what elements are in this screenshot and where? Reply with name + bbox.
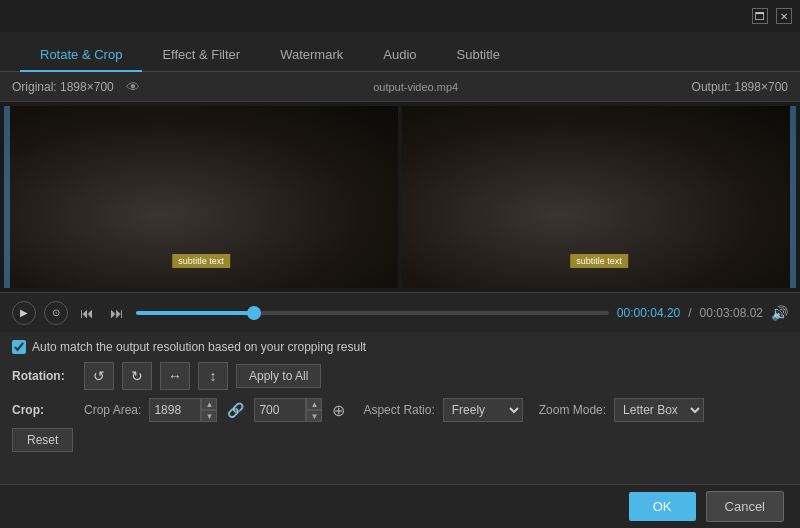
flip-vertical-button[interactable]: ↕	[198, 362, 228, 390]
crop-width-wrap: ▲ ▼	[149, 398, 217, 422]
rotate-left-button[interactable]: ↺	[84, 362, 114, 390]
rotation-row: Rotation: ↺ ↻ ↔ ↕ Apply to All	[12, 362, 788, 390]
rotate-right-button[interactable]: ↻	[122, 362, 152, 390]
crop-handle-left[interactable]	[4, 106, 10, 288]
tab-rotate-crop[interactable]: Rotate & Crop	[20, 39, 142, 72]
original-resolution: Original: 1898×700	[12, 80, 114, 94]
crop-width-down[interactable]: ▼	[201, 410, 217, 422]
cancel-button[interactable]: Cancel	[706, 491, 784, 522]
crop-height-spinners: ▲ ▼	[306, 398, 322, 422]
video-panel-left: subtitle text	[4, 106, 398, 288]
current-time: 00:00:04.20	[617, 306, 680, 320]
apply-to-all-button[interactable]: Apply to All	[236, 364, 321, 388]
volume-button[interactable]: 🔊	[771, 305, 788, 321]
minimize-button[interactable]: 🗖	[752, 8, 768, 24]
auto-match-label: Auto match the output resolution based o…	[32, 340, 366, 354]
playback-bar: ▶ ⊙ ⏮ ⏭ 00:00:04.20 / 00:03:08.02 🔊	[0, 292, 800, 332]
video-panel-right: subtitle text	[402, 106, 796, 288]
bottom-bar: OK Cancel	[0, 484, 800, 528]
stop-button[interactable]: ⊙	[44, 301, 68, 325]
flip-horizontal-button[interactable]: ↔	[160, 362, 190, 390]
crop-width-up[interactable]: ▲	[201, 398, 217, 410]
crop-handle-right[interactable]	[790, 106, 796, 288]
rotation-label: Rotation:	[12, 369, 76, 383]
play-button[interactable]: ▶	[12, 301, 36, 325]
info-filename: output-video.mp4	[373, 81, 458, 93]
prev-button[interactable]: ⏮	[76, 303, 98, 323]
tab-watermark[interactable]: Watermark	[260, 39, 363, 72]
video-subtitle-right: subtitle text	[570, 254, 628, 268]
crop-area-label: Crop Area:	[84, 403, 141, 417]
video-overlay-left: subtitle text	[4, 106, 398, 288]
timeline-progress	[136, 311, 254, 315]
ok-button[interactable]: OK	[629, 492, 696, 521]
crop-height-input[interactable]	[254, 398, 306, 422]
eye-icon[interactable]: 👁	[126, 79, 140, 95]
video-overlay-right: subtitle text	[402, 106, 796, 288]
info-original: Original: 1898×700 👁	[12, 79, 140, 95]
link-icon: 🔗	[227, 402, 244, 418]
reset-row: Reset	[12, 428, 788, 452]
zoom-mode-select[interactable]: Letter Box Pan & Scan Full	[614, 398, 704, 422]
crop-width-spinners: ▲ ▼	[201, 398, 217, 422]
reset-button[interactable]: Reset	[12, 428, 73, 452]
title-bar: 🗖 ✕	[0, 0, 800, 32]
crop-height-up[interactable]: ▲	[306, 398, 322, 410]
timeline-track[interactable]	[136, 311, 609, 315]
info-bar: Original: 1898×700 👁 output-video.mp4 Ou…	[0, 72, 800, 102]
zoom-mode-label: Zoom Mode:	[539, 403, 606, 417]
tab-bar: Rotate & Crop Effect & Filter Watermark …	[0, 32, 800, 72]
tab-effect-filter[interactable]: Effect & Filter	[142, 39, 260, 72]
close-button[interactable]: ✕	[776, 8, 792, 24]
next-button[interactable]: ⏭	[106, 303, 128, 323]
video-subtitle-left: subtitle text	[172, 254, 230, 268]
total-time: 00:03:08.02	[700, 306, 763, 320]
checkbox-row: Auto match the output resolution based o…	[12, 340, 788, 354]
tab-subtitle[interactable]: Subtitle	[437, 39, 520, 72]
crop-width-input[interactable]	[149, 398, 201, 422]
crop-row: Crop: Crop Area: ▲ ▼ 🔗 ▲ ▼ ⊕ Aspect Rati…	[12, 398, 788, 422]
output-resolution: Output: 1898×700	[692, 80, 788, 94]
timeline-thumb[interactable]	[247, 306, 261, 320]
controls-area: Auto match the output resolution based o…	[0, 332, 800, 452]
tab-audio[interactable]: Audio	[363, 39, 436, 72]
auto-match-checkbox[interactable]	[12, 340, 26, 354]
crop-height-wrap: ▲ ▼	[254, 398, 322, 422]
crop-height-down[interactable]: ▼	[306, 410, 322, 422]
aspect-ratio-label: Aspect Ratio:	[363, 403, 434, 417]
time-separator: /	[688, 306, 691, 320]
crop-label: Crop:	[12, 403, 76, 417]
preview-area: subtitle text subtitle text	[0, 102, 800, 292]
center-icon[interactable]: ⊕	[332, 401, 345, 420]
aspect-ratio-select[interactable]: Freely 16:9 4:3 1:1	[443, 398, 523, 422]
